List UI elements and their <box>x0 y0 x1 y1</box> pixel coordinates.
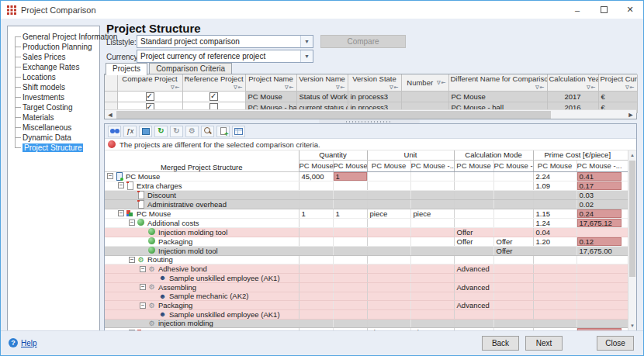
help-link[interactable]: Help <box>21 339 37 347</box>
expand-toggle[interactable]: − <box>107 173 113 179</box>
subcolumn-header[interactable]: PC Mouse <box>533 160 576 171</box>
reference-checkbox[interactable] <box>209 92 218 101</box>
sidebar-item-target-costing[interactable]: Target Costing <box>11 102 98 112</box>
tree-row[interactable]: ⚙injection molding <box>105 319 628 328</box>
expand-toggle[interactable]: − <box>140 266 146 272</box>
subcolumn-header[interactable]: PC Mouse -... <box>493 160 533 171</box>
sidebar-item-dynamic-data[interactable]: Dynamic Data <box>11 133 98 143</box>
zoom-button[interactable] <box>201 126 214 137</box>
sidebar-item-sales-prices[interactable]: Sales Prices <box>11 52 98 62</box>
close-window-button[interactable]: ✕ <box>617 1 643 19</box>
tree-row[interactable]: Injection molding toolOffer0.04 <box>105 227 628 237</box>
sidebar-item-shift-models[interactable]: Shift models <box>11 82 98 92</box>
formula-button[interactable]: ƒx <box>123 126 137 137</box>
subcolumn-header[interactable]: PC Mouse <box>367 160 410 171</box>
column-header[interactable]: Version Name∇⇤ <box>296 74 348 92</box>
tab-comparison-criteria[interactable]: Comparison Criteria <box>149 63 232 74</box>
vertical-scrollbar[interactable]: ▲ ▼ <box>628 150 636 330</box>
filter-pin-icons[interactable]: ∇⇤ <box>535 85 545 91</box>
sidebar-item-locations[interactable]: Locations <box>11 72 98 82</box>
tree-row[interactable]: Administrative overhead0.02 <box>105 199 628 209</box>
scroll-thumb[interactable] <box>116 111 551 119</box>
tree-row[interactable]: PackagingOfferOffer1.200.12 <box>105 237 628 246</box>
row-selector[interactable] <box>105 92 117 102</box>
filter-pin-icons[interactable]: ∇⇤ <box>234 85 244 91</box>
close-button[interactable]: Close <box>597 336 634 351</box>
tree-row[interactable]: −⚙PackagingAdvanced <box>105 301 628 310</box>
filter-pin-icons[interactable]: ∇⇤ <box>587 85 597 91</box>
tree-row[interactable]: −⚙Routing <box>105 255 628 264</box>
column-header[interactable]: Compare Project∇⇤ <box>117 74 182 92</box>
back-button[interactable]: Back <box>482 336 519 351</box>
compare-button[interactable]: Compare <box>320 35 406 48</box>
subcolumn-header[interactable]: PC Mouse -... <box>333 160 367 171</box>
add-report-button[interactable] <box>216 126 230 137</box>
tree-row[interactable]: Discount0.03 <box>105 190 628 199</box>
column-header[interactable]: Project Name∇⇤ <box>245 74 296 92</box>
tree-row[interactable]: −⚙AssemblingAdvanced <box>105 282 628 292</box>
scroll-up-icon[interactable]: ▲ <box>628 150 636 160</box>
tree-row[interactable]: −Extra charges1.090.17 <box>105 181 628 190</box>
tree-row[interactable]: ☻Sample unskilled employee (AK1) <box>105 310 628 320</box>
next-button[interactable]: Next <box>525 336 563 351</box>
sidebar-item-project-structure[interactable]: Project Structure <box>11 143 98 153</box>
panel-button[interactable] <box>139 126 152 137</box>
expand-toggle[interactable]: − <box>129 257 135 263</box>
table-button[interactable] <box>232 126 245 137</box>
column-header[interactable]: Project Curre∇⇤ <box>598 74 637 92</box>
subcolumn-header[interactable]: PC Mouse -... <box>576 160 621 171</box>
filter-pin-icons[interactable]: ∇⇤ <box>336 85 346 91</box>
filter-pin-icons[interactable]: ∇⇤ <box>625 85 635 91</box>
subcolumn-header[interactable]: PC Mouse -... <box>410 160 454 171</box>
currency-select[interactable]: Project currency of reference project ▼ <box>137 50 313 63</box>
binoculars-button[interactable] <box>108 126 121 137</box>
expand-toggle[interactable]: − <box>118 210 124 216</box>
expand-toggle[interactable]: − <box>129 219 135 226</box>
tree-row[interactable]: −PC Mouse11piecepiece1.150.24 <box>105 209 628 218</box>
sidebar-item-exchange-rates[interactable]: Exchange Rates <box>11 62 98 72</box>
value-cell: Advanced <box>454 301 493 310</box>
column-header[interactable]: Version State∇⇤ <box>348 74 401 92</box>
subcolumn-header[interactable]: PC Mouse <box>299 160 333 171</box>
sidebar-item-miscellaneous[interactable]: Miscellaneous <box>11 123 98 133</box>
refresh-button[interactable]: ↻ <box>154 126 168 137</box>
filter-pin-icons[interactable]: ∇⇤ <box>437 80 447 86</box>
scroll-thumb[interactable] <box>629 161 635 277</box>
refresh-disabled-button[interactable]: ↻ <box>170 126 183 137</box>
expand-toggle[interactable]: − <box>140 284 146 290</box>
horizontal-scrollbar[interactable]: ◄ ► <box>105 109 636 119</box>
column-header[interactable]: Different Name for Comparison∇⇤ <box>448 74 547 92</box>
scroll-right-icon[interactable]: ► <box>625 110 636 119</box>
tree-row[interactable]: −⚙Adhesive bondAdvanced <box>105 264 628 274</box>
structure-column-header[interactable]: Merged Project Structure <box>105 150 299 171</box>
structure-cell: −Extra charges <box>105 181 299 190</box>
sidebar-item-production-planning[interactable]: Production Planning <box>11 42 98 52</box>
scroll-down-icon[interactable]: ▼ <box>628 321 636 330</box>
tree-row[interactable]: −Additional costs1.2417,675.12 <box>105 218 628 227</box>
filter-pin-icons[interactable]: ∇⇤ <box>390 85 400 91</box>
tab-projects[interactable]: Projects <box>106 63 147 75</box>
scroll-left-icon[interactable]: ◄ <box>105 110 116 119</box>
tree-row[interactable]: Injection mold toolOffer17,675.00 <box>105 246 628 255</box>
filter-pin-icons[interactable]: ∇⇤ <box>285 85 295 91</box>
column-header[interactable]: Reference Project∇⇤ <box>182 74 245 92</box>
tree-row[interactable]: ☻Sample unskilled employee (AK1) <box>105 274 628 283</box>
filter-pin-icons[interactable]: ∇⇤ <box>171 85 181 91</box>
sidebar-item-general-project-information[interactable]: General Project Information <box>11 32 98 42</box>
sidebar-item-materials[interactable]: Materials <box>11 112 98 123</box>
tree-row[interactable]: −PC Mouse45,00012.240.41 <box>105 171 628 181</box>
liststyle-select[interactable]: Standard project comparison ▼ <box>137 35 313 48</box>
tree-row[interactable]: ☻Sample mechanic (AK2) <box>105 292 628 301</box>
column-header[interactable]: Number∇⇤ <box>401 74 448 92</box>
maximize-button[interactable] <box>590 1 617 19</box>
value-cell: 45,000 <box>299 171 333 181</box>
column-header[interactable]: Calculation Year∇⇤ <box>547 74 598 92</box>
subcolumn-header[interactable]: PC Mouse <box>454 160 493 171</box>
expand-toggle[interactable]: − <box>118 182 124 188</box>
project-row[interactable]: PC MouseStatus of Workin process3PC Mous… <box>105 92 637 102</box>
compare-checkbox[interactable] <box>146 92 154 101</box>
expand-toggle[interactable]: − <box>140 302 146 309</box>
minimize-button[interactable]: – <box>564 1 590 19</box>
sidebar-item-investments[interactable]: Investments <box>11 92 98 102</box>
gear-button[interactable]: ⚙ <box>185 126 199 137</box>
